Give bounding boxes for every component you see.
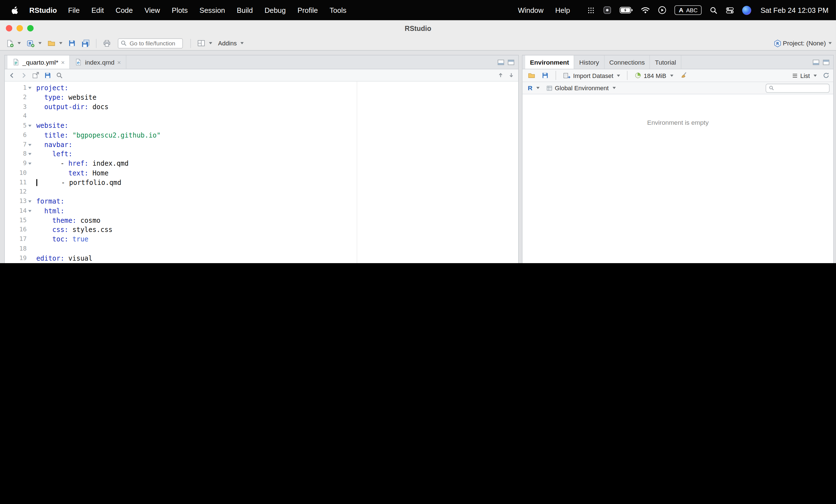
menubar-clock[interactable]: Sat Feb 24 12:03 PM: [761, 6, 829, 14]
environment-search-input[interactable]: [776, 85, 826, 91]
fold-marker-icon[interactable]: [27, 197, 34, 206]
forward-icon[interactable]: [20, 72, 27, 79]
code-line[interactable]: 3 output-dir: docs: [5, 102, 518, 112]
import-dataset-button[interactable]: Import Dataset: [562, 71, 622, 80]
save-button[interactable]: [66, 38, 77, 48]
menu-edit[interactable]: Edit: [86, 6, 110, 14]
menu-debug[interactable]: Debug: [259, 6, 291, 14]
save-workspace-button[interactable]: [540, 71, 550, 80]
print-button[interactable]: [101, 38, 113, 48]
code-line[interactable]: 20: [5, 263, 518, 263]
new-project-button[interactable]: R: [25, 38, 43, 48]
code-line[interactable]: 9 - href: index.qmd: [5, 159, 518, 169]
minimize-pane-icon[interactable]: [813, 59, 820, 65]
fold-marker-icon[interactable]: [27, 140, 34, 150]
spotlight-search-icon[interactable]: [710, 6, 718, 14]
battery-icon[interactable]: [620, 6, 633, 14]
close-tab-icon[interactable]: [61, 59, 64, 65]
tab-index-qmd[interactable]: index.qmd: [70, 55, 127, 69]
menu-code[interactable]: Code: [110, 6, 139, 14]
open-file-button[interactable]: [46, 38, 64, 48]
workspace-panes-button[interactable]: [196, 38, 214, 48]
main-toolbar: R Addins R Project: (None): [0, 36, 836, 51]
tab--quarto-yml-[interactable]: _quarto.yml*: [7, 55, 70, 69]
siri-icon[interactable]: [742, 5, 752, 15]
yml-file-icon: [12, 58, 20, 66]
code-line[interactable]: 11 - portfolio.qmd: [5, 178, 518, 187]
fold-marker-icon[interactable]: [27, 159, 34, 169]
minimize-pane-icon[interactable]: [497, 59, 504, 65]
control-center-icon[interactable]: [726, 6, 734, 14]
maximize-pane-icon[interactable]: [823, 59, 830, 65]
memory-usage-button[interactable]: 184 MiB: [633, 71, 675, 80]
code-line[interactable]: 10 text: Home: [5, 169, 518, 178]
input-source-menu[interactable]: A ABC: [674, 5, 702, 15]
window-title: RStudio: [0, 24, 836, 32]
code-line[interactable]: 16 css: styles.css: [5, 225, 518, 234]
close-tab-icon[interactable]: [117, 59, 121, 65]
code-line[interactable]: 14 html:: [5, 206, 518, 215]
code-line[interactable]: 8 left:: [5, 150, 518, 159]
menu-build[interactable]: Build: [231, 6, 259, 14]
environment-selector[interactable]: Global Environment: [544, 83, 617, 93]
refresh-environment-icon[interactable]: [823, 72, 830, 79]
menu-window[interactable]: Window: [512, 6, 549, 14]
tab-history[interactable]: History: [574, 55, 605, 69]
code-line[interactable]: 6 title: "bgpopescu2.github.io": [5, 131, 518, 140]
code-line[interactable]: 19editor: visual: [5, 253, 518, 263]
dots-grid-icon[interactable]: [587, 6, 595, 14]
save-icon[interactable]: [44, 72, 51, 79]
menubar-right-menus: WindowHelp: [512, 6, 576, 14]
load-workspace-button[interactable]: [526, 71, 537, 80]
up-arrow-icon[interactable]: [497, 72, 504, 78]
code-line[interactable]: 4: [5, 112, 518, 121]
menu-view[interactable]: View: [139, 6, 166, 14]
popout-icon[interactable]: [32, 72, 40, 79]
code-line[interactable]: 2 type: website: [5, 93, 518, 102]
svg-text:R: R: [28, 41, 32, 45]
tab-environment[interactable]: Environment: [525, 55, 574, 69]
menu-profile[interactable]: Profile: [291, 6, 324, 14]
language-selector[interactable]: R: [526, 83, 541, 93]
back-icon[interactable]: [8, 72, 16, 79]
code-line[interactable]: 12: [5, 187, 518, 197]
code-line[interactable]: 5website:: [5, 121, 518, 131]
toolbar-separator: [96, 39, 97, 48]
play-circle-icon[interactable]: [658, 6, 667, 15]
goto-file-input[interactable]: [118, 38, 183, 48]
menu-plots[interactable]: Plots: [166, 6, 194, 14]
code-line[interactable]: 18: [5, 244, 518, 253]
environment-tabs: EnvironmentHistoryConnectionsTutorial: [525, 55, 681, 69]
fold-marker-icon[interactable]: [27, 121, 34, 131]
down-arrow-icon[interactable]: [508, 72, 515, 78]
code-line[interactable]: 15 theme: cosmo: [5, 215, 518, 225]
app-icon[interactable]: [603, 6, 612, 15]
menu-help[interactable]: Help: [549, 6, 576, 14]
find-replace-icon[interactable]: [56, 72, 63, 79]
code-line[interactable]: 13format:: [5, 197, 518, 206]
project-label: Project: (None): [783, 40, 826, 47]
code-line[interactable]: 17 toc: true: [5, 234, 518, 244]
menu-file[interactable]: File: [62, 6, 86, 14]
app-menu-rstudio[interactable]: RStudio: [24, 6, 62, 14]
tab-connections[interactable]: Connections: [604, 55, 650, 69]
clear-environment-button[interactable]: [678, 71, 689, 80]
tab-tutorial[interactable]: Tutorial: [650, 55, 681, 69]
view-mode-button[interactable]: List: [790, 71, 818, 80]
addins-button[interactable]: Addins: [216, 39, 245, 47]
memory-pie-icon: [635, 72, 642, 79]
code-editor[interactable]: 1project:2 type: website3 output-dir: do…: [5, 82, 518, 263]
menu-tools[interactable]: Tools: [324, 6, 352, 14]
fold-marker-icon[interactable]: [27, 83, 34, 93]
code-line[interactable]: 1project:: [5, 83, 518, 93]
save-all-button[interactable]: [80, 38, 91, 48]
apple-menu-icon[interactable]: [11, 5, 19, 15]
menu-session[interactable]: Session: [193, 6, 231, 14]
fold-marker-icon[interactable]: [27, 206, 34, 215]
wifi-icon[interactable]: [641, 6, 650, 14]
project-selector[interactable]: R Project: (None): [774, 39, 832, 47]
fold-marker-icon[interactable]: [27, 150, 34, 159]
new-file-button[interactable]: [4, 38, 22, 48]
maximize-pane-icon[interactable]: [508, 59, 515, 65]
code-line[interactable]: 7 navbar:: [5, 140, 518, 150]
